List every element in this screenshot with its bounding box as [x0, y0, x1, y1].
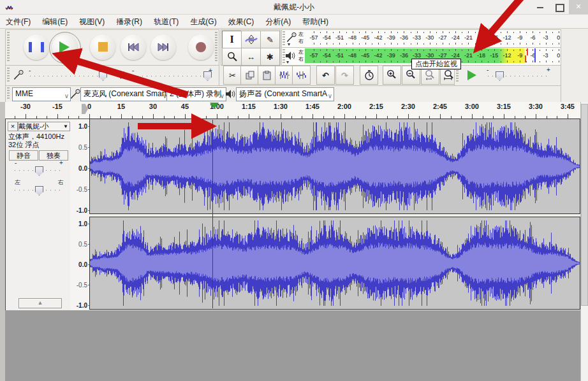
menu-item-3[interactable]: 播录(R) — [110, 15, 148, 27]
recording-device-select[interactable]: 麦克风 (Conexant SmartA∨ — [80, 87, 169, 101]
play-volume-slider[interactable] — [133, 76, 211, 76]
meter-scale-number: -51 — [335, 52, 344, 59]
waveform-left-channel[interactable] — [89, 119, 580, 214]
menu-item-8[interactable]: 帮助(H) — [297, 15, 334, 27]
meter-scale-number: -15 — [490, 34, 498, 41]
meter-scale-number: -39 — [387, 52, 395, 59]
transport-toolbar — [5, 29, 219, 66]
meter-scale-number: -54 — [323, 34, 331, 41]
window-title: 戴佩妮-小小 — [0, 2, 588, 13]
skip-to-end-button[interactable] — [151, 34, 176, 60]
meter-scale-number: -42 — [374, 52, 382, 59]
audio-host-select[interactable]: MME∨ — [12, 87, 71, 101]
meter-scale-number: -12 — [503, 52, 511, 59]
gain-min-label: - — [15, 159, 17, 166]
meter-scale-number: -57 — [309, 52, 318, 59]
play-at-speed-button[interactable] — [461, 66, 480, 83]
skip-to-start-button[interactable] — [121, 34, 146, 60]
solo-button[interactable]: 独奏 — [39, 150, 68, 161]
recording-meter-toolbar[interactable]: ▾ 左 右 -57-54-51-48-45-42-39-36-33-30-27-… — [281, 29, 561, 48]
cut-button[interactable]: ✂ — [223, 66, 242, 85]
minimize-button[interactable] — [531, 0, 550, 14]
recording-channels-select[interactable]: 2 (立体声) 录制∨ — [166, 87, 226, 101]
playback-device-select[interactable]: 扬声器 (Conexant SmartA∨ — [236, 87, 334, 101]
meter-scale-number: -30 — [425, 34, 434, 41]
meter-scale-number: -54 — [323, 52, 331, 59]
paste-button[interactable] — [258, 66, 276, 85]
toolbar-grip[interactable] — [7, 68, 10, 83]
close-button[interactable]: × — [569, 0, 588, 14]
menu-item-5[interactable]: 生成(G) — [184, 15, 222, 27]
record-button[interactable] — [188, 34, 214, 60]
menu-item-1[interactable]: 编辑(E) — [36, 15, 73, 27]
tools-toolbar: I ✎ ↔ ✱ — [221, 29, 281, 66]
pause-button[interactable] — [24, 34, 49, 60]
track-name-menu[interactable]: 戴佩妮-小 ▼ — [18, 122, 70, 131]
chevron-down-icon: ∨ — [328, 90, 332, 101]
menu-item-6[interactable]: 效果(C) — [223, 15, 260, 27]
amplitude-label: 0.5 — [78, 241, 87, 248]
pan-slider-thumb[interactable] — [35, 186, 43, 196]
time-shift-tool-button[interactable]: ↔ — [241, 48, 261, 66]
sync-clock-button[interactable] — [360, 66, 378, 85]
gain-slider-thumb[interactable] — [35, 166, 43, 176]
timeline-ruler[interactable]: -30-1501530451:001:151:301:452:002:152:3… — [5, 102, 580, 120]
peak-hold-left — [527, 48, 528, 55]
toolbar-grip[interactable] — [7, 32, 10, 62]
playhead-triangle[interactable] — [210, 103, 219, 109]
amplitude-label: 0.5 — [78, 144, 87, 151]
monitor-tooltip[interactable]: 点击开始监视 — [411, 59, 461, 69]
meter-scale-number: -48 — [348, 34, 356, 41]
record-volume-thumb[interactable] — [99, 71, 107, 81]
meter-scale-number: -3 — [543, 34, 548, 41]
toolbar-grip[interactable] — [456, 68, 459, 83]
stop-button[interactable] — [90, 34, 115, 60]
zoom-in-button[interactable] — [383, 66, 401, 85]
menu-item-2[interactable]: 视图(V) — [73, 15, 110, 27]
meter-scale-number: -42 — [374, 34, 382, 41]
pan-right-label: 右 — [58, 178, 64, 187]
meter-scale-number: -21 — [464, 34, 473, 41]
play-volume-thumb[interactable] — [203, 71, 212, 81]
waveform-right-channel[interactable] — [89, 217, 580, 310]
zoom-tool-button[interactable] — [222, 48, 242, 66]
vertical-scale-ruler[interactable]: 1.00.50.0-0.5-1.01.00.50.0-0.5-1.0 — [70, 119, 90, 311]
play-button[interactable] — [52, 34, 77, 60]
pan-left-label: 左 — [15, 178, 20, 187]
track-close-button[interactable]: × — [8, 122, 18, 131]
vertical-scrollbar-thumb[interactable] — [581, 104, 588, 306]
toolbar-grip[interactable] — [215, 32, 217, 62]
meter-scale-number: -39 — [387, 34, 395, 41]
meter-scale-number: -9 — [517, 52, 522, 59]
toolbar-grip[interactable] — [7, 87, 10, 100]
speed-min: - — [487, 66, 489, 73]
menu-item-4[interactable]: 轨道(T) — [148, 15, 184, 27]
draw-tool-button[interactable]: ✎ — [260, 31, 280, 48]
mute-button[interactable]: 静音 — [9, 150, 38, 161]
meter-dropdown-arrow[interactable]: ▾ — [286, 59, 289, 65]
timeline-label: -30 — [20, 103, 31, 110]
silence-audio-button[interactable] — [292, 66, 311, 85]
undo-button[interactable]: ↶ — [316, 66, 335, 85]
recording-meter-scale: -57-54-51-48-45-42-39-36-33-30-27-24-21-… — [305, 30, 559, 46]
speaker-icon — [225, 89, 235, 99]
copy-button[interactable] — [240, 66, 259, 85]
meter-scale-number: -18 — [477, 52, 485, 59]
track-collapse-button[interactable]: ▲ — [18, 298, 62, 308]
multi-tool-button[interactable]: ✱ — [260, 48, 280, 66]
selection-tool-button[interactable]: I — [222, 31, 242, 48]
redo-button[interactable]: ↷ — [335, 66, 354, 85]
timeline-label: 2:15 — [369, 103, 383, 110]
trim-audio-button[interactable] — [275, 66, 293, 85]
menu-item-0[interactable]: 文件(F) — [0, 15, 36, 27]
menu-item-7[interactable]: 分析(A) — [260, 15, 297, 27]
toolbar-dock: I ✎ ↔ ✱ ▾ 左 右 -57-54-51-48-45-42-39-36-3… — [0, 29, 588, 103]
meter-dropdown-arrow[interactable]: ▾ — [288, 41, 290, 47]
meter-scale-number: -9 — [517, 34, 522, 41]
toolbar-grip[interactable] — [283, 31, 285, 45]
speed-slider-thumb[interactable] — [496, 71, 504, 81]
record-volume-slider[interactable] — [30, 76, 108, 76]
meter-scale-number: -27 — [438, 34, 446, 41]
maximize-button[interactable] — [550, 0, 569, 14]
envelope-tool-button[interactable] — [241, 31, 261, 48]
